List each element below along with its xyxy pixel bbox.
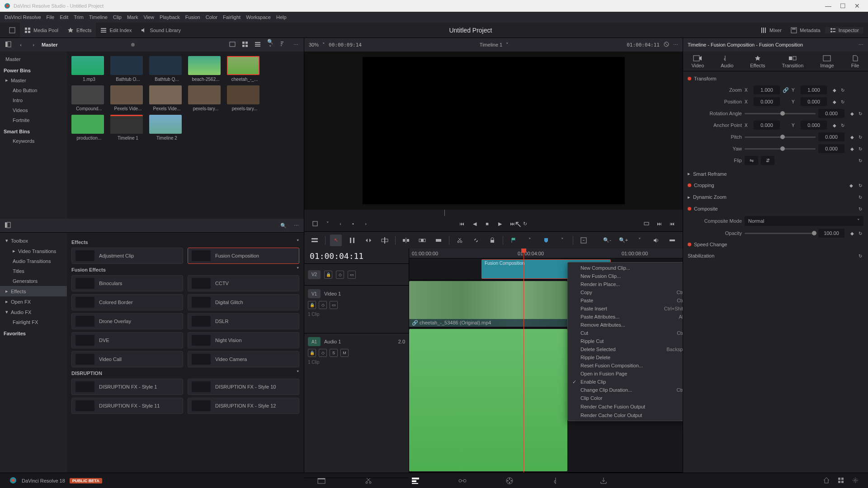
timeline-view-opts[interactable]	[309, 235, 321, 246]
timeline-name[interactable]: Timeline 1	[480, 42, 502, 47]
fx-more[interactable]: ⋯	[292, 223, 300, 229]
fx-fusion-composition[interactable]: Fusion Composition	[188, 248, 299, 264]
fx-night-vision[interactable]: Night Vision	[188, 332, 299, 348]
zoom-dropdown[interactable]: ˅	[322, 42, 325, 48]
metadata-button[interactable]: Metadata	[786, 27, 825, 33]
video-transitions[interactable]: ▸Video Transitions	[0, 246, 67, 256]
clip-pexels2[interactable]: Pexels Vide...	[149, 85, 184, 111]
clip-pexels1[interactable]: Pexels Vide...	[110, 85, 146, 111]
breadcrumb[interactable]: Master	[42, 42, 127, 47]
ctx-ripple-delete[interactable]: Ripple DeleteDel	[568, 353, 683, 361]
fx-dslr[interactable]: DSLR	[188, 313, 299, 329]
blade-edit[interactable]	[454, 235, 466, 246]
thumb-view[interactable]	[241, 41, 250, 48]
timeline-tracks[interactable]: 01:00:00:00 01:00:04:00 01:00:08:00 Fusi…	[409, 249, 683, 473]
smart-reframe-header[interactable]: ▸Smart Reframe	[683, 168, 868, 179]
titles[interactable]: Titles	[0, 266, 67, 276]
next-frame[interactable]: ⏭	[508, 219, 517, 228]
stabilization-header[interactable]: Stabilization↻	[683, 250, 868, 262]
pos-y-field[interactable]: 0.000	[801, 97, 827, 106]
v1-lock[interactable]: 🔒	[308, 301, 316, 309]
zoom-reset[interactable]: ↻	[840, 87, 846, 93]
fx-adjustment-clip[interactable]: Adjustment Clip	[71, 248, 183, 264]
fx-disruption-1[interactable]: DISRUPTION FX - Style 1	[71, 379, 183, 395]
unmatch[interactable]: ⏭	[655, 219, 664, 228]
audiofx-category[interactable]: ▾Audio FX	[0, 307, 67, 317]
pos-keyframe[interactable]: ◆	[831, 99, 838, 105]
snapping[interactable]	[578, 235, 590, 246]
ctx-paste[interactable]: PasteCtrl+V	[568, 296, 683, 305]
timeline-dropdown[interactable]: ˅	[506, 42, 509, 48]
pitch-slider[interactable]	[745, 136, 816, 138]
expand-button[interactable]	[5, 23, 20, 38]
zoom-y-field[interactable]: 1.000	[801, 85, 827, 94]
clip-timeline2[interactable]: Timeline 2	[149, 115, 184, 141]
openfx-category[interactable]: ▸Open FX	[0, 296, 67, 307]
minimize-button[interactable]: —	[821, 2, 835, 9]
a1-solo[interactable]: S	[330, 349, 338, 357]
settings-button[interactable]	[852, 477, 859, 485]
fx-video-camera[interactable]: Video Camera	[188, 351, 299, 367]
transform-header[interactable]: Transform	[683, 73, 868, 84]
v1-auto[interactable]: ◇	[319, 301, 327, 309]
bin-fortnite[interactable]: Fortnite	[0, 115, 67, 125]
menu-help[interactable]: Help	[276, 14, 287, 20]
effects-category[interactable]: ▸Effects	[0, 286, 67, 296]
anchor-x-field[interactable]: 0.000	[754, 121, 780, 130]
fx-binoculars[interactable]: Binoculars	[71, 275, 183, 291]
menu-fusion[interactable]: Fusion	[185, 14, 200, 20]
maximize-button[interactable]: ☐	[835, 2, 850, 9]
ctx-delete[interactable]: Delete SelectedBackspace	[568, 345, 683, 353]
clip-bathtub-o[interactable]: Bathtub O...	[110, 56, 146, 82]
generators[interactable]: Generators	[0, 276, 67, 286]
menu-file[interactable]: File	[47, 14, 55, 20]
lock-tracks[interactable]	[486, 235, 498, 246]
media-pool-button[interactable]: Media Pool	[20, 23, 63, 38]
pitch-field[interactable]: 0.000	[818, 132, 844, 141]
menu-edit[interactable]: Edit	[60, 14, 68, 20]
goto[interactable]: ⏮	[667, 219, 676, 228]
rotation-field[interactable]: 0.000	[818, 109, 844, 118]
anchor-y-field[interactable]: 0.000	[801, 121, 827, 130]
edit-index-button[interactable]: Edit Index	[96, 23, 136, 38]
track-v2-header[interactable]: V2 🔒 ◇ ▭	[304, 264, 409, 286]
composite-header[interactable]: Composite↻	[683, 203, 868, 215]
audio-transitions[interactable]: Audio Transitions	[0, 256, 67, 266]
tab-file[interactable]: File	[851, 55, 860, 68]
zoom-dropdown2[interactable]: ˅	[634, 235, 646, 246]
ctx-paste-attributes[interactable]: Paste Attributes...Alt+V	[568, 313, 683, 321]
fx-video-call[interactable]: Video Call	[71, 351, 183, 367]
nav-fwd[interactable]: ›	[29, 42, 38, 47]
audio-toggle[interactable]	[650, 235, 662, 246]
fx-disruption-10[interactable]: DISRUPTION FX - Style 10	[188, 379, 299, 395]
v2-lock[interactable]: 🔒	[324, 271, 332, 279]
custom-view[interactable]	[666, 235, 678, 246]
menu-fairlight[interactable]: Fairlight	[223, 14, 241, 20]
sound-library-button[interactable]: Sound Library	[136, 23, 185, 38]
timeline-timecode[interactable]: 01:00:04:11	[304, 249, 409, 264]
clip-production[interactable]: production...	[71, 115, 107, 141]
fx-dve[interactable]: DVE	[71, 332, 183, 348]
yaw-slider[interactable]	[745, 148, 816, 150]
more-button[interactable]: ⋯	[291, 42, 300, 48]
page-color[interactable]	[504, 475, 515, 486]
marker-button[interactable]	[540, 235, 552, 246]
tab-transition[interactable]: Transition	[782, 55, 803, 68]
flag-button[interactable]	[508, 235, 519, 246]
page-deliver[interactable]	[598, 475, 609, 486]
fx-digital-glitch[interactable]: Digital Glitch	[188, 294, 299, 310]
ctx-paste-insert[interactable]: Paste InsertCtrl+Shift+V	[568, 305, 683, 313]
pitch-reset[interactable]: ↻	[857, 134, 863, 140]
zoom-level[interactable]: 30%	[309, 42, 319, 47]
dynamic-trim[interactable]	[363, 235, 374, 246]
inspector-button[interactable]: Inspector	[825, 27, 863, 33]
inspector-more[interactable]: ⋯	[859, 42, 863, 48]
power-bins-header[interactable]: Power Bins	[0, 64, 67, 75]
prev-frame[interactable]: ◀	[470, 219, 479, 228]
viewer-canvas[interactable]	[363, 57, 625, 204]
menu-mark[interactable]: Mark	[127, 14, 138, 20]
close-button[interactable]: ✕	[850, 2, 864, 9]
mixer-button[interactable]: Mixer	[756, 27, 786, 33]
ctx-remove-attributes[interactable]: Remove Attributes...	[568, 321, 683, 329]
replace-clip[interactable]	[433, 235, 444, 246]
